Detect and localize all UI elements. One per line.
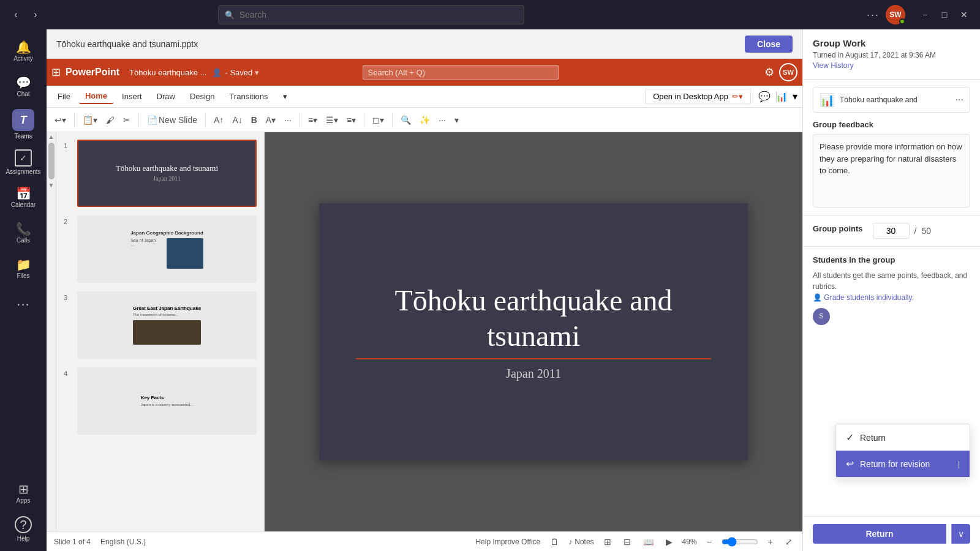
slide-thumbnail-4[interactable]: 4 Key Facts Japan is a country surrounde…: [61, 365, 259, 437]
cursor-indicator: |: [958, 460, 960, 468]
cut-button[interactable]: ✂: [120, 113, 134, 127]
slide-thumb-1[interactable]: Tōhoku earthquake and tsunamiJapan 2011: [77, 140, 257, 207]
sidebar-item-help[interactable]: ? Help: [2, 512, 44, 546]
slide-thumbnail-3[interactable]: 3 Great East Japan Earthquake The moveme…: [61, 289, 259, 361]
slide-scroll-container: ▲ ▼ 1 Tōhoku earthquake and tsunamiJapan: [47, 132, 265, 531]
view-grid-button[interactable]: ⊟: [621, 536, 633, 548]
font-color-button[interactable]: A▾: [263, 113, 279, 127]
new-slide-button[interactable]: 📄 New Slide: [144, 113, 200, 127]
more-text-options[interactable]: ···: [281, 113, 295, 127]
saved-dropdown-icon[interactable]: ▾: [255, 68, 259, 77]
slide-thumb-2[interactable]: Japan Geographic Background Sea of Japan…: [77, 216, 257, 283]
toolbar-more-button[interactable]: ···: [435, 113, 449, 127]
bullet-list-button[interactable]: ≡▾: [305, 113, 320, 127]
scroll-up-arrow[interactable]: ▲: [48, 133, 55, 140]
search-bar[interactable]: 🔍: [218, 5, 524, 24]
undo-button[interactable]: ↩▾: [51, 113, 69, 127]
fit-slide-button[interactable]: ⤢: [783, 536, 795, 548]
notes-toggle-button[interactable]: 🗒: [548, 536, 561, 548]
ppt-search-input[interactable]: [363, 65, 559, 80]
slide-thumbnail-1[interactable]: 1 Tōhoku earthquake and tsunamiJapan 201…: [61, 137, 259, 209]
slide-thumb-img-2: Japan Geographic Background Sea of Japan…: [78, 217, 255, 282]
return-check-icon: ✓: [846, 432, 854, 443]
ppt-saved-label: - Saved: [225, 68, 253, 77]
grade-individually-icon: 👤: [813, 293, 824, 302]
dropdown-return-revision-item[interactable]: ↩ Return for revision |: [836, 451, 970, 477]
align-button[interactable]: ≡▾: [344, 113, 359, 127]
grade-individually-link[interactable]: Grade students individually.: [824, 293, 914, 302]
slide-thumb-4[interactable]: Key Facts Japan is a country surrounded.…: [77, 367, 257, 435]
ppt-search-bar[interactable]: [363, 65, 559, 80]
return-dropdown-button[interactable]: ∨: [951, 524, 970, 544]
menu-draw[interactable]: Draw: [151, 89, 181, 103]
ppt-settings-icon[interactable]: ⚙: [764, 66, 774, 79]
comment-icon[interactable]: 💬: [758, 91, 771, 102]
app-launcher-icon[interactable]: ⊞: [51, 66, 61, 79]
notes-button[interactable]: ♪ Notes: [568, 538, 594, 546]
numbered-list-button[interactable]: ☰▾: [323, 113, 341, 127]
view-normal-button[interactable]: ⊞: [601, 536, 614, 548]
menu-file[interactable]: File: [51, 89, 77, 103]
sidebar-item-calendar[interactable]: 📅 Calendar: [2, 181, 44, 215]
minimize-button[interactable]: −: [916, 6, 933, 23]
find-button[interactable]: 🔍: [398, 113, 414, 127]
menu-design[interactable]: Design: [184, 89, 221, 103]
file-more-button[interactable]: ···: [956, 94, 963, 105]
bold-button[interactable]: B: [248, 113, 260, 127]
font-decrease-button[interactable]: A↓: [229, 113, 245, 127]
scroll-thumb[interactable]: [48, 143, 55, 179]
ppt-user-avatar[interactable]: SW: [779, 63, 797, 81]
slide-thumbnail-2[interactable]: 2 Japan Geographic Background Sea of Jap…: [61, 213, 259, 285]
view-slide-show-button[interactable]: ▶: [663, 536, 675, 548]
menu-insert[interactable]: Insert: [116, 89, 148, 103]
slide-main-subtitle: Japan 2011: [506, 367, 561, 381]
maximize-button[interactable]: □: [936, 6, 953, 23]
present-icon[interactable]: 📊: [775, 91, 788, 102]
feedback-text-box[interactable]: Please provide more information on how t…: [813, 134, 970, 208]
view-history-link[interactable]: View History: [813, 61, 853, 70]
sidebar-item-teams[interactable]: T Teams: [2, 105, 44, 144]
sidebar-label-teams: Teams: [14, 133, 32, 140]
slide-thumb-3[interactable]: Great East Japan Earthquake The movement…: [77, 291, 257, 359]
menu-more-dropdown[interactable]: ▾: [277, 89, 293, 103]
dropdown-return-revision-label: Return for revision: [860, 459, 930, 469]
search-input[interactable]: [239, 10, 518, 20]
sidebar-item-more[interactable]: ···: [2, 287, 44, 321]
sidebar-item-chat[interactable]: 💬 Chat: [2, 70, 44, 104]
user-avatar[interactable]: SW: [886, 5, 905, 24]
present-dropdown-icon[interactable]: ▾: [793, 91, 797, 102]
zoom-slider[interactable]: [722, 537, 758, 547]
scroll-down-arrow[interactable]: ▼: [48, 182, 55, 189]
feedback-section: Group feedback Please provide more infor…: [803, 120, 980, 216]
back-button[interactable]: ‹: [7, 6, 24, 23]
shape-fill-button[interactable]: ◻▾: [369, 113, 387, 127]
points-input[interactable]: [873, 223, 910, 239]
close-window-button[interactable]: ✕: [956, 6, 973, 23]
sidebar-item-files[interactable]: 📁 Files: [2, 252, 44, 286]
open-desktop-button[interactable]: Open in Desktop App ✏▾: [645, 89, 751, 104]
forward-button[interactable]: ›: [27, 6, 44, 23]
zoom-in-button[interactable]: +: [766, 536, 775, 548]
slide-main-view: Tōhoku earthquake and tsunami Japan 2011: [265, 132, 802, 531]
format-painter-button[interactable]: 🖌: [103, 113, 118, 127]
help-improve-text: Help Improve Office: [475, 538, 540, 546]
vertical-scroll-indicator: ▲ ▼: [47, 132, 56, 531]
close-file-button[interactable]: Close: [745, 36, 793, 53]
sidebar-item-apps[interactable]: ⊞ Apps: [2, 476, 44, 511]
sidebar-item-activity[interactable]: 🔔 Activity: [2, 34, 44, 69]
more-options-icon[interactable]: ···: [867, 9, 880, 21]
sidebar-item-assignments[interactable]: ✓ Assignments: [2, 145, 44, 179]
copy-button[interactable]: 📋▾: [80, 113, 100, 127]
sidebar-item-calls[interactable]: 📞 Calls: [2, 216, 44, 250]
menu-transitions[interactable]: Transitions: [223, 89, 274, 103]
font-increase-button[interactable]: A↑: [211, 113, 227, 127]
zoom-out-button[interactable]: −: [704, 536, 714, 548]
expand-toolbar-button[interactable]: ▾: [451, 113, 462, 127]
slide-panel: 1 Tōhoku earthquake and tsunamiJapan 201…: [56, 132, 265, 531]
animate-button[interactable]: ✨: [417, 113, 433, 127]
return-button[interactable]: Return: [813, 524, 946, 544]
view-reading-button[interactable]: 📖: [641, 536, 656, 548]
sidebar-label-activity: Activity: [13, 55, 33, 62]
dropdown-return-item[interactable]: ✓ Return: [836, 424, 970, 451]
menu-home[interactable]: Home: [79, 89, 113, 104]
